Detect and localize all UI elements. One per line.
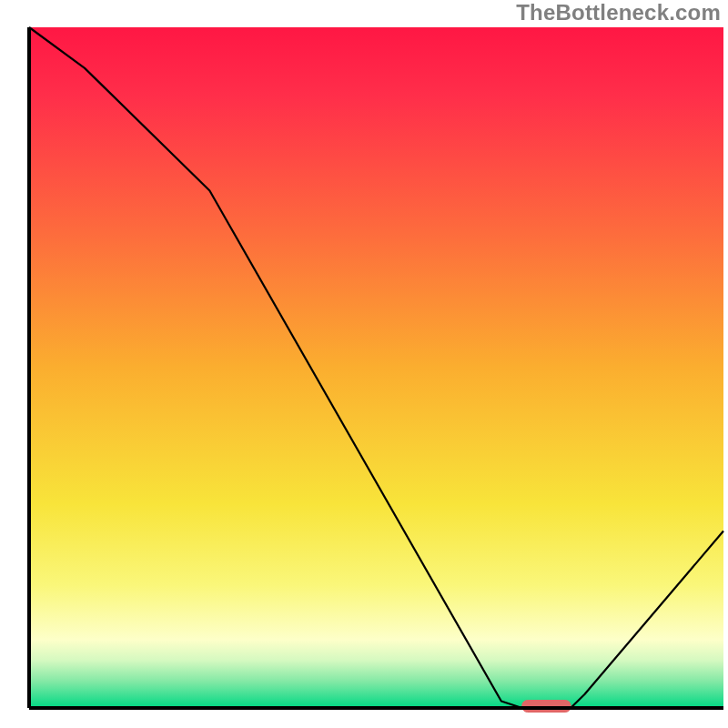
- chart-container: TheBottleneck.com: [0, 0, 728, 728]
- gradient-background: [29, 27, 723, 708]
- bottleneck-chart: [0, 0, 728, 728]
- watermark-text: TheBottleneck.com: [516, 0, 721, 25]
